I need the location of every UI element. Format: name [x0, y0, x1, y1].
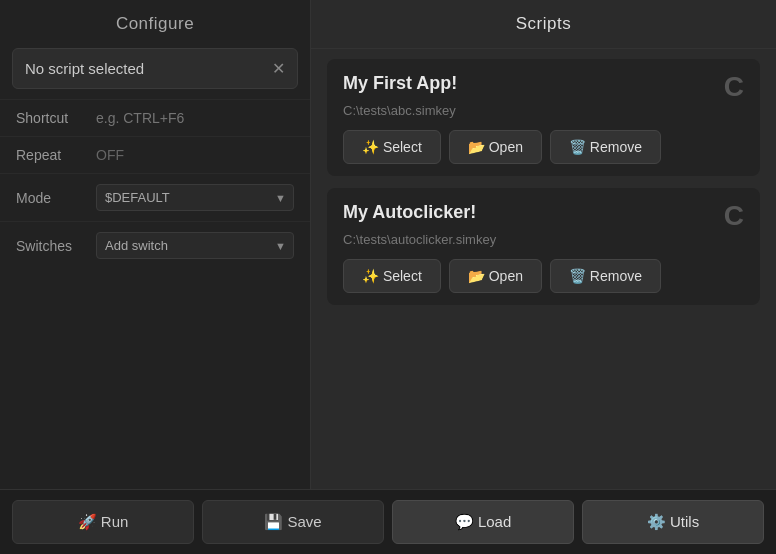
scripts-list: My First App! C C:\tests\abc.simkey ✨ Se…	[311, 49, 776, 489]
script-card-0: My First App! C C:\tests\abc.simkey ✨ Se…	[327, 59, 760, 176]
scripts-title: Scripts	[311, 0, 776, 49]
shortcut-row: Shortcut	[0, 99, 310, 136]
script-path-0: C:\tests\abc.simkey	[343, 103, 744, 118]
repeat-label: Repeat	[16, 147, 96, 163]
switches-select-wrapper: Add switch ▼	[96, 232, 294, 259]
configure-title: Configure	[0, 0, 310, 48]
script-path-1: C:\tests\autoclicker.simkey	[343, 232, 744, 247]
script-card-header-1: My Autoclicker! C	[343, 202, 744, 230]
mode-row: Mode $DEFAULT ▼	[0, 173, 310, 221]
script-icon-1: C	[724, 202, 744, 230]
switches-row: Switches Add switch ▼	[0, 221, 310, 269]
script-card-1: My Autoclicker! C C:\tests\autoclicker.s…	[327, 188, 760, 305]
mode-select-wrapper: $DEFAULT ▼	[96, 184, 294, 211]
script-name-1: My Autoclicker!	[343, 202, 476, 223]
scripts-panel: Scripts My First App! C C:\tests\abc.sim…	[311, 0, 776, 489]
run-button[interactable]: 🚀 Run	[12, 500, 194, 544]
repeat-row: Repeat OFF	[0, 136, 310, 173]
script-selector-text: No script selected	[25, 60, 144, 77]
open-button-0[interactable]: 📂 Open	[449, 130, 542, 164]
script-actions-0: ✨ Select 📂 Open 🗑️ Remove	[343, 130, 744, 164]
shortcut-input[interactable]	[96, 110, 294, 126]
switches-label: Switches	[16, 238, 96, 254]
mode-select[interactable]: $DEFAULT	[96, 184, 294, 211]
script-actions-1: ✨ Select 📂 Open 🗑️ Remove	[343, 259, 744, 293]
switches-select[interactable]: Add switch	[96, 232, 294, 259]
select-button-0[interactable]: ✨ Select	[343, 130, 441, 164]
shortcut-label: Shortcut	[16, 110, 96, 126]
close-icon[interactable]: ✕	[272, 59, 285, 78]
mode-label: Mode	[16, 190, 96, 206]
utils-button[interactable]: ⚙️ Utils	[582, 500, 764, 544]
select-button-1[interactable]: ✨ Select	[343, 259, 441, 293]
open-button-1[interactable]: 📂 Open	[449, 259, 542, 293]
repeat-value: OFF	[96, 147, 294, 163]
remove-button-0[interactable]: 🗑️ Remove	[550, 130, 661, 164]
script-icon-0: C	[724, 73, 744, 101]
remove-button-1[interactable]: 🗑️ Remove	[550, 259, 661, 293]
save-button[interactable]: 💾 Save	[202, 500, 384, 544]
script-card-header-0: My First App! C	[343, 73, 744, 101]
configure-panel: Configure No script selected ✕ Shortcut …	[0, 0, 310, 489]
load-button[interactable]: 💬 Load	[392, 500, 574, 544]
bottom-toolbar: 🚀 Run 💾 Save 💬 Load ⚙️ Utils	[0, 489, 776, 554]
script-selector[interactable]: No script selected ✕	[12, 48, 298, 89]
script-name-0: My First App!	[343, 73, 457, 94]
